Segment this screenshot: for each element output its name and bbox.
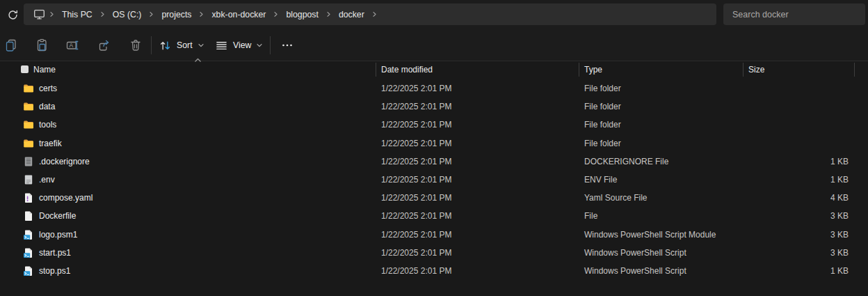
file-type: File folder — [579, 134, 743, 153]
file-date-modified: 1/22/2025 2:01 PM — [376, 98, 579, 116]
command-bar: A — [0, 29, 868, 61]
view-button[interactable]: View — [215, 35, 263, 56]
file-type: File folder — [579, 116, 743, 134]
env-file-icon — [23, 174, 34, 185]
file-type: File folder — [579, 79, 743, 98]
share-button[interactable] — [95, 38, 114, 52]
breadcrumb-item[interactable]: OS (C:) — [106, 10, 148, 20]
column-header-extra — [854, 61, 868, 78]
column-header-name[interactable]: Name — [0, 61, 376, 78]
view-label: View — [233, 40, 251, 50]
file-date-modified: 1/22/2025 2:01 PM — [376, 171, 579, 189]
file-name: data — [39, 102, 55, 111]
more-icon — [280, 38, 294, 52]
this-pc-icon — [33, 8, 45, 20]
file-row[interactable]: stop.ps1 1/22/2025 2:01 PM Windows Power… — [0, 262, 868, 280]
delete-icon — [129, 38, 143, 52]
file-icon — [23, 210, 34, 221]
powershell-icon — [23, 229, 34, 240]
refresh-icon — [7, 9, 19, 21]
file-list: Name Date modified Type Size certs 1/22/… — [0, 61, 868, 296]
rename-icon: A — [65, 38, 79, 52]
file-row[interactable]: .env 1/22/2025 2:01 PM ENV File 1 KB — [0, 171, 868, 189]
file-size — [743, 116, 854, 134]
breadcrumb-chevron-icon — [99, 11, 106, 17]
breadcrumb-item[interactable]: This PC — [56, 10, 99, 20]
delete-button[interactable] — [126, 38, 145, 52]
breadcrumb-chevron-icon — [272, 11, 280, 17]
column-header-size[interactable]: Size — [743, 61, 854, 78]
see-more-button[interactable] — [278, 38, 297, 52]
chevron-down-icon — [198, 42, 204, 49]
file-row[interactable]: compose.yaml 1/22/2025 2:01 PM Yaml Sour… — [0, 189, 868, 207]
file-row[interactable]: logo.psm1 1/22/2025 2:01 PM Windows Powe… — [0, 226, 868, 244]
file-size — [743, 134, 854, 153]
file-date-modified: 1/22/2025 2:01 PM — [376, 153, 579, 171]
copy-button[interactable] — [1, 38, 21, 52]
paste-icon — [35, 38, 49, 52]
file-size: 1 KB — [743, 153, 854, 171]
file-size: 1 KB — [743, 171, 854, 189]
file-name: start.ps1 — [39, 248, 71, 258]
file-size — [743, 79, 854, 98]
file-size: 3 KB — [743, 244, 854, 262]
folder-icon — [23, 83, 34, 94]
rename-button[interactable]: A — [63, 38, 82, 52]
powershell-icon — [23, 247, 34, 258]
file-row[interactable]: tools 1/22/2025 2:01 PM File folder — [0, 116, 868, 134]
refresh-button[interactable] — [4, 6, 21, 23]
view-icon — [215, 39, 228, 52]
file-row[interactable]: traefik 1/22/2025 2:01 PM File folder — [0, 134, 868, 153]
file-row[interactable]: .dockerignore 1/22/2025 2:01 PM DOCKERIG… — [0, 153, 868, 171]
powershell-icon — [23, 265, 34, 276]
file-row[interactable]: Dockerfile 1/22/2025 2:01 PM File 3 KB — [0, 207, 868, 225]
file-date-modified: 1/22/2025 2:01 PM — [376, 189, 579, 207]
share-icon — [97, 38, 111, 52]
file-name: logo.psm1 — [39, 230, 77, 240]
yaml-file-icon — [23, 192, 34, 203]
breadcrumb-chevron-icon — [371, 11, 378, 17]
sort-label: Sort — [177, 40, 193, 50]
folder-icon — [23, 138, 34, 149]
breadcrumb-chevron-icon — [198, 11, 205, 17]
paste-button[interactable] — [32, 38, 51, 52]
file-size: 4 KB — [743, 189, 854, 207]
file-size — [743, 98, 854, 116]
select-all-checkbox[interactable] — [21, 65, 29, 73]
address-toolbar: This PCOS (C:)projectsxbk-on-dockerblogp… — [0, 0, 868, 29]
breadcrumb-chevron-icon — [147, 11, 155, 17]
breadcrumb-chevron-icon — [325, 11, 332, 17]
file-type: ENV File — [579, 171, 743, 189]
folder-icon — [23, 101, 34, 112]
toolbar-separator — [151, 36, 152, 54]
toolbar-separator — [270, 36, 271, 54]
file-name: compose.yaml — [39, 193, 93, 203]
file-row[interactable]: data 1/22/2025 2:01 PM File folder — [0, 98, 868, 116]
file-explorer-window: This PCOS (C:)projectsxbk-on-dockerblogp… — [0, 0, 868, 296]
file-name: traefik — [39, 139, 62, 148]
breadcrumb-item[interactable]: docker — [332, 10, 371, 20]
file-date-modified: 1/22/2025 2:01 PM — [376, 226, 579, 244]
search-input[interactable]: Search docker — [723, 3, 865, 25]
file-date-modified: 1/22/2025 2:01 PM — [376, 79, 579, 98]
file-name: tools — [39, 120, 56, 130]
sort-button[interactable]: Sort — [159, 35, 204, 56]
breadcrumb-chevron-icon — [48, 11, 56, 17]
chevron-down-icon — [256, 42, 263, 49]
file-row[interactable]: certs 1/22/2025 2:01 PM File folder — [0, 79, 868, 98]
address-bar[interactable]: This PCOS (C:)projectsxbk-on-dockerblogp… — [24, 3, 716, 25]
file-date-modified: 1/22/2025 2:01 PM — [376, 244, 579, 262]
file-type: Windows PowerShell Script — [579, 262, 743, 280]
svg-text:A: A — [70, 42, 74, 49]
column-header-type[interactable]: Type — [579, 61, 743, 78]
file-size: 3 KB — [743, 226, 854, 244]
file-size: 1 KB — [743, 262, 854, 280]
column-header-date[interactable]: Date modified — [376, 61, 579, 78]
breadcrumb-item[interactable]: xbk-on-docker — [205, 10, 272, 20]
breadcrumb-item[interactable]: blogpost — [280, 10, 325, 20]
file-row[interactable]: start.ps1 1/22/2025 2:01 PM Windows Powe… — [0, 244, 868, 262]
sort-ascending-icon — [194, 58, 202, 63]
breadcrumb-item[interactable]: projects — [155, 10, 198, 20]
search-placeholder: Search docker — [732, 10, 789, 20]
file-date-modified: 1/22/2025 2:01 PM — [376, 116, 579, 134]
